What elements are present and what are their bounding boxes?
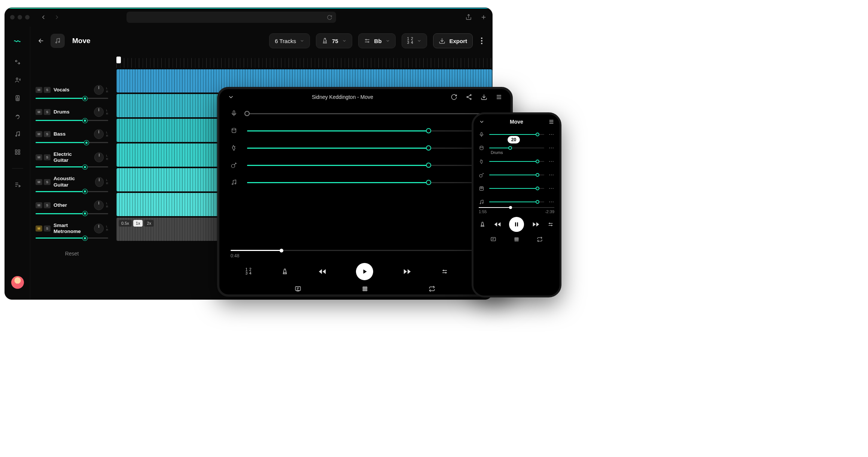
row-menu-icon[interactable]: ⋯	[549, 199, 554, 205]
download-icon[interactable]	[481, 94, 487, 100]
volume-slider[interactable]	[36, 120, 108, 121]
voice-icon[interactable]	[14, 77, 21, 84]
volume-slider[interactable]	[36, 166, 108, 167]
solo-button[interactable]: S	[44, 87, 51, 93]
tablet-progress[interactable]	[231, 250, 499, 251]
mute-button[interactable]: M	[36, 131, 42, 137]
row-menu-icon[interactable]: ⋯	[549, 158, 554, 164]
pan-knob[interactable]	[94, 107, 104, 117]
mute-button[interactable]: M	[36, 179, 42, 185]
volume-slider[interactable]	[36, 213, 108, 214]
mute-button[interactable]: M	[36, 202, 42, 208]
row-menu-icon[interactable]: ⋯	[549, 145, 554, 151]
lyrics-icon[interactable]	[295, 285, 301, 292]
playlist-icon[interactable]	[14, 181, 21, 188]
key-dropdown[interactable]: Bb	[358, 33, 396, 48]
music-note-icon[interactable]	[14, 131, 21, 137]
phone-progress[interactable]	[479, 207, 554, 208]
menu-icon[interactable]	[496, 94, 502, 100]
menu-icon[interactable]	[548, 119, 554, 125]
solo-button[interactable]: S	[44, 131, 51, 137]
mute-button[interactable]: M	[36, 154, 42, 160]
collapse-icon[interactable]	[479, 119, 485, 125]
solo-button[interactable]: S	[44, 109, 51, 115]
forward-icon[interactable]	[54, 14, 60, 21]
countin-dropdown[interactable]: 1 23 4	[402, 33, 427, 48]
rewind-icon[interactable]	[494, 221, 501, 228]
forward-icon[interactable]	[403, 267, 411, 276]
grid-icon[interactable]	[14, 149, 21, 155]
volume-slider[interactable]	[36, 237, 108, 239]
pan-knob[interactable]	[94, 200, 104, 210]
more-menu-icon[interactable]	[479, 37, 485, 44]
pan-knob[interactable]	[94, 129, 104, 139]
solo-button[interactable]: S	[44, 179, 51, 185]
sliders-icon[interactable]	[548, 221, 554, 227]
reload-icon[interactable]	[327, 15, 332, 20]
volume-slider[interactable]	[247, 182, 499, 183]
volume-slider[interactable]	[489, 161, 544, 162]
share-icon[interactable]	[465, 14, 472, 21]
volume-slider[interactable]	[489, 148, 544, 148]
address-bar[interactable]	[127, 12, 336, 23]
share-icon[interactable]	[466, 94, 472, 100]
pan-knob[interactable]	[94, 224, 104, 233]
solo-button[interactable]: S	[44, 226, 51, 231]
new-tab-icon[interactable]	[480, 14, 487, 21]
user-avatar[interactable]	[11, 276, 24, 289]
speed-one[interactable]: 1x	[133, 220, 143, 227]
chords-icon[interactable]	[362, 285, 368, 292]
reset-button[interactable]: Reset	[36, 251, 108, 257]
pan-knob[interactable]	[94, 85, 104, 95]
solo-button[interactable]: S	[44, 202, 51, 208]
pan-knob[interactable]	[94, 152, 104, 162]
split-icon[interactable]	[14, 59, 21, 66]
loop-icon[interactable]	[451, 94, 457, 100]
lyrics-icon[interactable]	[490, 236, 496, 242]
volume-slider[interactable]	[36, 98, 108, 99]
play-button[interactable]	[356, 263, 373, 280]
pan-knob[interactable]	[95, 177, 104, 187]
sliders-icon[interactable]	[441, 268, 448, 275]
row-menu-icon[interactable]: ⋯	[549, 131, 554, 137]
pause-button[interactable]	[509, 217, 524, 232]
export-button[interactable]: Export	[433, 33, 473, 48]
forward-icon[interactable]	[532, 221, 540, 228]
row-menu-icon[interactable]: ⋯	[549, 185, 554, 191]
speed-half[interactable]: 0.5x	[119, 220, 132, 227]
ruler[interactable]	[113, 55, 492, 68]
rewind-icon[interactable]	[318, 267, 326, 276]
back-icon[interactable]	[40, 14, 47, 21]
toolbar-back-icon[interactable]	[38, 37, 45, 44]
volume-slider[interactable]	[489, 188, 544, 189]
countin-button[interactable]: 1 23 4	[246, 268, 252, 275]
solo-button[interactable]: S	[44, 154, 51, 160]
volume-slider[interactable]	[247, 165, 499, 166]
volume-slider[interactable]	[247, 113, 499, 114]
app-logo-icon[interactable]	[13, 37, 22, 45]
metronome-icon[interactable]	[281, 268, 288, 275]
tempo-dropdown[interactable]: 75	[316, 33, 352, 48]
mute-button[interactable]: M	[36, 109, 42, 115]
volume-slider[interactable]	[36, 142, 108, 143]
window-controls[interactable]	[10, 15, 30, 19]
volume-slider[interactable]	[247, 130, 499, 131]
metronome-icon[interactable]	[479, 221, 485, 227]
volume-slider[interactable]	[36, 191, 108, 192]
tracks-dropdown[interactable]: 6 Tracks	[269, 33, 310, 48]
repeat-icon[interactable]	[537, 236, 543, 242]
repeat-icon[interactable]	[429, 285, 435, 292]
volume-slider[interactable]	[489, 175, 544, 175]
playhead[interactable]	[116, 57, 121, 63]
speaker-icon[interactable]	[14, 95, 21, 102]
volume-slider[interactable]	[489, 202, 544, 202]
chords-icon[interactable]	[514, 236, 520, 242]
ear-icon[interactable]	[14, 113, 21, 119]
row-menu-icon[interactable]: ⋯	[549, 172, 554, 178]
volume-slider[interactable]	[489, 134, 544, 135]
volume-slider[interactable]	[247, 148, 499, 149]
mute-button[interactable]: M	[36, 87, 42, 93]
mute-button[interactable]: M	[36, 226, 42, 231]
collapse-icon[interactable]	[228, 94, 234, 100]
speed-two[interactable]: 2x	[144, 220, 154, 227]
